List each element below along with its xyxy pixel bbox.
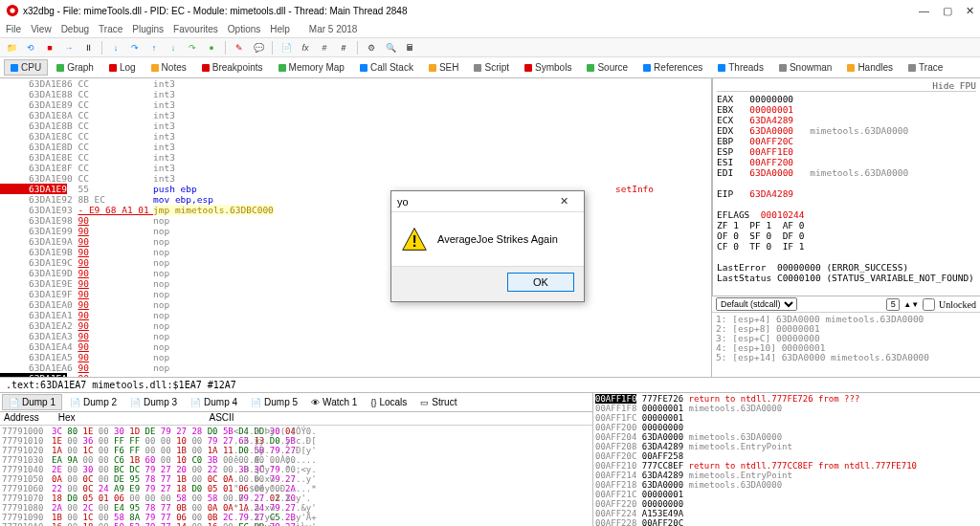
maximize-button[interactable]: ▢ (943, 5, 952, 17)
disasm-row[interactable]: 63DA1EA5 90nop (0, 352, 711, 362)
arg-count-spin[interactable] (886, 298, 900, 311)
dump-tab-4[interactable]: 📄Dump 5 (245, 395, 303, 409)
disasm-row[interactable]: 63DA1E86 CCint3 (0, 78, 711, 89)
hide-fpu-link[interactable]: Hide FPU (932, 80, 976, 91)
tab-breakpoints[interactable]: Breakpoints (195, 59, 270, 76)
search-icon[interactable]: 🔍 (383, 40, 398, 55)
disasm-row[interactable]: 63DA1EA7 90nop (0, 373, 711, 377)
disasm-row[interactable]: 63DA1E9D 90nop (0, 268, 711, 278)
disasm-row[interactable]: 63DA1E8A CCint3 (0, 110, 711, 121)
tab-symbols[interactable]: Symbols (518, 59, 578, 76)
disasm-row[interactable]: 63DA1E9A 90nop (0, 236, 711, 247)
dump-row[interactable]: 7779107018 D0 05 01 06 00 00 00 58 00 58… (2, 493, 590, 503)
dump-row[interactable]: 777910201A 00 1C 00 F6 FF 00 00 1B 00 1A… (2, 446, 590, 455)
disasm-row[interactable]: 63DA1E89 CCint3 (0, 99, 711, 110)
disasm-row[interactable]: 63DA1E8B CCint3 (0, 121, 711, 131)
dump-row[interactable]: 777910101E 00 36 00 FF FF 00 00 10 00 79… (2, 436, 590, 446)
tab-snowman[interactable]: Snowman (772, 59, 838, 76)
dump-tab-2[interactable]: 📄Dump 3 (124, 395, 183, 409)
disasm-row[interactable]: 63DA1E92 8B ECmov ebp,esp (0, 194, 711, 205)
stack-row[interactable]: 00AFF20C 00AFF258 (593, 451, 980, 461)
stack-row[interactable]: 00AFF220 00000000 (593, 499, 980, 509)
disasm-row[interactable]: 63DA1E88 CCint3 (0, 89, 711, 99)
open-icon[interactable]: 📁 (4, 40, 19, 55)
disasm-row[interactable]: 63DA1EA2 90nop (0, 320, 711, 331)
disasm-row[interactable]: 63DA1EA1 90nop (0, 310, 711, 320)
menu-view[interactable]: View (31, 24, 52, 34)
dump-tab-1[interactable]: 📄Dump 2 (64, 395, 122, 409)
menu-favourites[interactable]: Favourites (173, 24, 218, 34)
step-over-icon[interactable]: ↷ (127, 40, 143, 55)
restart-icon[interactable]: ⟲ (23, 40, 38, 55)
tab-references[interactable]: References (636, 59, 709, 76)
num-icon[interactable]: # (336, 40, 351, 55)
step-out-icon[interactable]: ↑ (146, 40, 162, 55)
dump-row[interactable]: 777910802A 00 2C 00 E4 95 78 77 0B 00 0A… (2, 503, 590, 513)
hash-icon[interactable]: # (317, 40, 332, 55)
comment-icon[interactable]: 💬 (251, 40, 266, 55)
disasm-row[interactable]: 63DA1EA3 90nop (0, 331, 711, 341)
stack-row[interactable]: 00AFF228 00AFF20C (593, 518, 980, 526)
disasm-row[interactable]: 63DA1E91 55push ebpsetInfo (0, 184, 711, 194)
tab-trace[interactable]: Trace (902, 59, 949, 76)
disasm-row[interactable]: 63DA1E93 - E9 68 A1 01 00jmp mimetools.6… (0, 205, 711, 215)
disasm-row[interactable]: 63DA1E8C CCint3 (0, 131, 711, 142)
tab-notes[interactable]: Notes (145, 59, 193, 76)
disasm-row[interactable]: 63DA1EA4 90nop (0, 341, 711, 352)
settings-icon[interactable]: ⚙ (364, 40, 379, 55)
disasm-row[interactable]: 63DA1E9E 90nop (0, 278, 711, 289)
script-icon[interactable]: 📄 (278, 40, 294, 55)
tab-call-stack[interactable]: Call Stack (353, 59, 420, 76)
dump-tab-3[interactable]: 📄Dump 4 (185, 395, 243, 409)
run-icon[interactable]: → (61, 40, 77, 55)
dump-tab-7[interactable]: ▭Struct (414, 395, 462, 409)
dump-tab-5[interactable]: 👁Watch 1 (305, 395, 363, 409)
dump-tab-6[interactable]: {}Locals (365, 395, 412, 409)
disasm-row[interactable]: 63DA1E8F CCint3 (0, 163, 711, 173)
disasm-row[interactable]: 63DA1E8D CCint3 (0, 142, 711, 152)
menu-plugins[interactable]: Plugins (132, 24, 164, 34)
stack-row[interactable]: 00AFF200 00000000 (593, 423, 980, 432)
menu-help[interactable]: Help (270, 24, 290, 34)
disasm-row[interactable]: 63DA1E9F 90nop (0, 289, 711, 299)
registers-panel[interactable]: Hide FPU EAX 00000000EBX 00000001ECX 63D… (712, 78, 980, 296)
trace-into-icon[interactable]: ↓ (166, 40, 181, 55)
stack-row[interactable]: 00AFF1FC 00000001 (593, 413, 980, 423)
disasm-row[interactable]: 63DA1E98 90nop (0, 215, 711, 226)
disasm-row[interactable]: 63DA1EA6 90nop (0, 362, 711, 373)
tab-script[interactable]: Script (467, 59, 516, 76)
disassembly-view[interactable]: 63DA1E86 CCint363DA1E88 CCint363DA1E89 C… (0, 78, 712, 377)
dump-row[interactable]: 777910500A 00 0C 00 DE 95 78 77 1B 00 0C… (2, 474, 590, 484)
unlocked-checkbox[interactable] (923, 298, 935, 311)
dump-panel[interactable]: 📄Dump 1📄Dump 2📄Dump 3📄Dump 4📄Dump 5👁Watc… (0, 393, 592, 526)
stack-row[interactable]: 00AFF21C 00000001 (593, 490, 980, 499)
disasm-row[interactable]: 63DA1E90 CCint3 (0, 173, 711, 184)
tab-handles[interactable]: Handles (840, 59, 900, 76)
dump-row[interactable]: 777910003C 80 1E 00 30 1D DE 79 27 28 D0… (2, 427, 590, 436)
text-icon[interactable]: fx (298, 40, 313, 55)
stack-row[interactable]: 00AFF208 63DA4289 mimetools.EntryPoint (593, 442, 980, 451)
stack-row[interactable]: 00AFF1F0 777FE726 return to ntdll.777FE7… (593, 394, 980, 404)
dump-row[interactable]: 777910A016 00 18 00 50 52 79 77 14 00 16… (2, 522, 590, 526)
minimize-button[interactable]: — (919, 5, 929, 17)
disasm-row[interactable]: 63DA1E8E CCint3 (0, 152, 711, 163)
disasm-row[interactable]: 63DA1E9B 90nop (0, 247, 711, 257)
tab-seh[interactable]: SEH (422, 59, 466, 76)
stack-row[interactable]: 00AFF214 63DA4289 mimetools.EntryPoint (593, 471, 980, 480)
close-button[interactable]: ✕ (966, 5, 974, 17)
tab-threads[interactable]: Threads (711, 59, 770, 76)
dump-row[interactable]: 777910901B 00 1C 00 58 8A 79 77 06 00 0B… (2, 513, 590, 522)
step-into-icon[interactable]: ↓ (108, 40, 123, 55)
stack-row[interactable]: 00AFF218 63DA0000 mimetools.63DA0000 (593, 480, 980, 490)
tab-log[interactable]: Log (102, 59, 143, 76)
dump-tab-0[interactable]: 📄Dump 1 (2, 394, 62, 410)
menu-trace[interactable]: Trace (99, 24, 122, 34)
stack-row[interactable]: 00AFF210 777CC8EF return to ntdll.777CC8… (593, 461, 980, 471)
calc-icon[interactable]: 🖩 (402, 40, 417, 55)
stack-panel[interactable]: 00AFF1F0 777FE726 return to ntdll.777FE7… (592, 393, 980, 526)
dump-row[interactable]: 77791030EA 9A 00 00 C6 1B 60 00 10 C0 3B… (2, 455, 590, 465)
dump-row[interactable]: 7779106022 00 0C 24 A9 E9 79 27 18 D0 05… (2, 484, 590, 493)
menu-file[interactable]: File (6, 24, 21, 34)
tab-graph[interactable]: Graph (50, 59, 100, 76)
calling-convention-select[interactable]: Default (stdcall) (716, 297, 797, 311)
